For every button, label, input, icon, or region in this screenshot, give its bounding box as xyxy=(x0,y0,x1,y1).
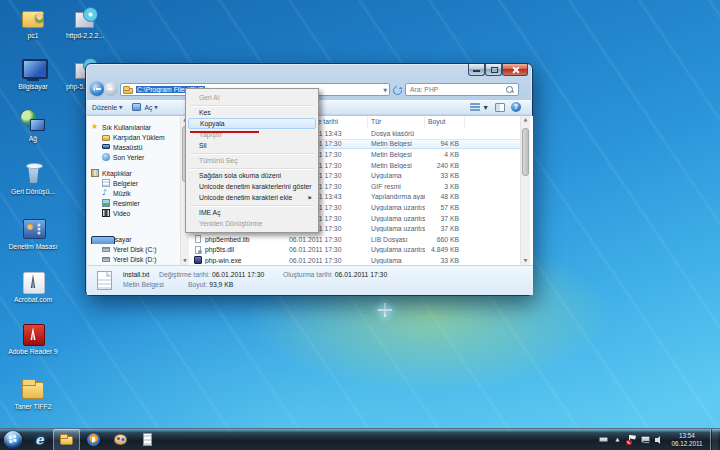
file-size: 37 KB xyxy=(425,225,465,232)
tray-icon[interactable] xyxy=(613,435,622,444)
column-header-type[interactable]: Tür xyxy=(368,116,425,128)
file-name: php5ts.dll xyxy=(205,246,234,253)
help-button[interactable]: ? xyxy=(511,102,521,112)
taskbar-button[interactable] xyxy=(26,429,53,450)
scroll-down-icon[interactable]: ▼ xyxy=(521,257,530,265)
taskbar-button[interactable] xyxy=(53,429,80,450)
scrollbar-thumb[interactable] xyxy=(522,128,529,176)
chevron-down-icon: ▼ xyxy=(482,104,489,111)
table-row[interactable]: php5ts.dll 06.01.2011 17:30 Uygulama uza… xyxy=(189,245,520,256)
context-menu-item[interactable]: IME Aç ▶ xyxy=(188,207,316,218)
nav-item[interactable]: Son Yerler xyxy=(87,152,180,162)
desktop-icon-image xyxy=(19,57,47,81)
maximize-button[interactable] xyxy=(485,64,502,76)
nav-item-icon xyxy=(102,199,110,207)
desktop-icon[interactable]: Denetim Masası xyxy=(8,217,58,251)
context-menu-item[interactable]: Kes ▶ xyxy=(188,107,316,118)
nav-item[interactable]: Video xyxy=(87,208,180,218)
nav-item-label: Belgeler xyxy=(113,180,138,187)
nav-item[interactable]: Karşıdan Yüklem xyxy=(87,132,180,142)
file-name: php5embed.lib xyxy=(205,236,250,243)
desktop-icon[interactable]: Bilgisayar xyxy=(8,57,58,91)
maximize-icon xyxy=(491,67,498,73)
table-row[interactable]: php5embed.lib 06.01.2011 17:30 LIB Dosya… xyxy=(189,234,520,245)
taskbar-clock[interactable]: 13:54 06.12.2011 xyxy=(669,432,705,447)
nav-item[interactable]: Masaüstü xyxy=(87,142,180,152)
desktop-icon-image xyxy=(19,377,47,401)
nav-item-icon xyxy=(91,235,99,243)
taskbar-button[interactable] xyxy=(134,429,161,450)
nav-item[interactable]: Belgeler xyxy=(87,178,180,188)
tray-icon[interactable] xyxy=(641,435,650,444)
nav-item[interactable]: Yerel Disk (D:) xyxy=(87,254,180,264)
nav-item[interactable]: Sık Kullanılanlar xyxy=(87,122,180,132)
desktop-icon[interactable]: pc1 xyxy=(8,6,58,40)
file-date: 06.01.2011 17:30 xyxy=(286,246,368,253)
desktop-icon[interactable]: Acrobat.com xyxy=(8,270,58,304)
back-arrow-icon xyxy=(93,87,101,92)
nav-item[interactable]: Kitaplıklar xyxy=(87,168,180,178)
desktop-icon[interactable]: Adobe Reader 9 xyxy=(8,322,58,356)
minimize-button[interactable] xyxy=(468,64,485,76)
back-button[interactable] xyxy=(90,82,104,96)
nav-item[interactable]: Müzik xyxy=(87,188,180,198)
taskbar-button[interactable] xyxy=(107,429,134,450)
preview-pane-button[interactable] xyxy=(495,103,505,112)
context-menu-item[interactable]: Geri Al ▶ xyxy=(188,92,316,103)
file-size: 4 KB xyxy=(425,151,465,158)
table-row[interactable]: php-win.exe 06.01.2011 17:30 Uygulama 33… xyxy=(189,255,520,265)
open-button[interactable]: Aç ▼ xyxy=(127,101,162,114)
organize-button[interactable]: Düzenle ▼ xyxy=(87,101,127,114)
desktop-icon[interactable]: Ağ xyxy=(8,109,58,143)
desktop-icon[interactable]: httpd-2.2.2... xyxy=(60,6,110,40)
nav-item[interactable]: Yerel Disk (C:) xyxy=(87,244,180,254)
forward-button[interactable] xyxy=(104,82,118,96)
context-menu-item[interactable]: Kopyala ▶ xyxy=(188,118,316,129)
file-list-scrollbar[interactable]: ▲ ▼ xyxy=(520,116,530,265)
file-type: LIB Dosyası xyxy=(368,236,425,243)
tray-icon[interactable] xyxy=(599,435,608,444)
context-menu-item[interactable]: Yeniden Dönüştürme ▶ xyxy=(188,218,316,229)
address-dropdown-icon[interactable]: ▼ xyxy=(383,87,387,93)
file-type-icon xyxy=(194,246,202,254)
desktop-icon[interactable]: Taner TIFF2 xyxy=(8,377,58,411)
views-button[interactable]: ▼ xyxy=(470,103,489,111)
tray-icon[interactable] xyxy=(627,435,636,444)
toolbar-right-icons: ▼ ? xyxy=(470,102,531,112)
nav-item[interactable]: Bilgisayar xyxy=(87,234,180,244)
nav-item-icon xyxy=(102,245,110,253)
context-menu-item[interactable]: Sağdan sola okuma düzeni ▶ xyxy=(188,170,316,181)
desktop-icon-image xyxy=(19,109,47,133)
nav-item-icon xyxy=(102,153,110,161)
views-icon xyxy=(470,103,480,111)
column-header-size[interactable]: Boyut xyxy=(425,116,465,128)
details-size: Boyut: 93,9 KB xyxy=(188,281,233,288)
desktop-icon-label: Denetim Masası xyxy=(8,243,58,251)
desktop-icon-image xyxy=(19,322,47,346)
tray-icon[interactable] xyxy=(655,435,664,444)
taskbar-button[interactable] xyxy=(0,429,26,450)
file-type: Metin Belgesi xyxy=(368,151,425,158)
file-type-icon xyxy=(194,235,202,243)
close-button[interactable] xyxy=(502,64,528,76)
context-menu-item[interactable]: Unicode denetim karakterlerini göster ▶ xyxy=(188,181,316,192)
details-created: Oluşturma tarihi: 06.01.2011 17:30 xyxy=(283,271,387,278)
desktop-icon[interactable]: Geri Dönüşü... xyxy=(8,162,58,196)
context-menu-item[interactable]: Tümünü Seç ▶ xyxy=(188,155,316,166)
tray-icons xyxy=(599,435,664,444)
refresh-button[interactable] xyxy=(392,85,403,96)
context-menu-item[interactable]: Unicode denetim karakteri ekle ▶ xyxy=(188,192,316,203)
taskbar-button[interactable] xyxy=(80,429,107,450)
search-field[interactable]: Ara: PHP xyxy=(405,83,519,96)
context-menu-item-label: Geri Al xyxy=(199,94,219,101)
scroll-down-icon[interactable]: ▼ xyxy=(181,257,189,265)
taskbar: 13:54 06.12.2011 xyxy=(0,428,720,450)
scroll-up-icon[interactable]: ▲ xyxy=(521,116,530,124)
show-desktop-button[interactable] xyxy=(710,429,718,450)
context-menu-item[interactable]: Sil ▶ xyxy=(188,140,316,151)
nav-item-label: Masaüstü xyxy=(113,144,142,151)
nav-item[interactable]: Resimler xyxy=(87,198,180,208)
nav-item-icon xyxy=(91,123,99,131)
taskbar-buttons xyxy=(0,429,161,450)
navigation-pane: Sık Kullanılanlar Karşıdan Yüklem Masaüs… xyxy=(87,116,180,265)
